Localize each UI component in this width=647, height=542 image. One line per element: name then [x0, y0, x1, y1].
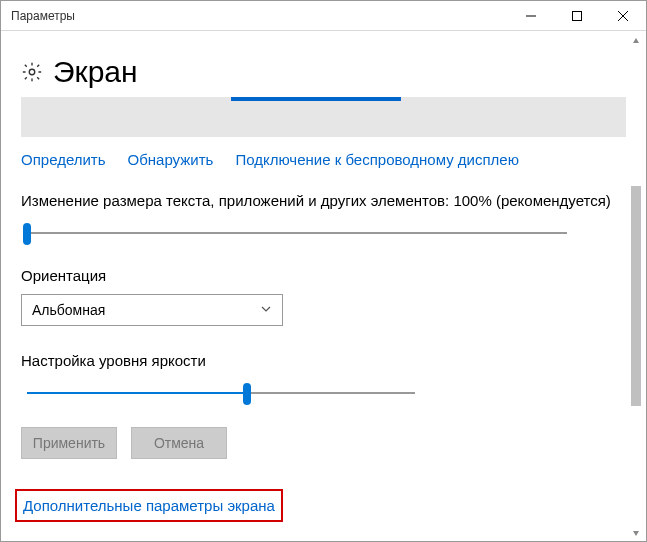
svg-rect-1 [573, 11, 582, 20]
scroll-down-arrow[interactable] [628, 525, 644, 541]
brightness-slider-thumb[interactable] [243, 383, 251, 405]
apply-button[interactable]: Применить [21, 427, 117, 459]
scroll-up-arrow[interactable] [628, 33, 644, 49]
orientation-label: Ориентация [21, 267, 626, 284]
scroll-thumb[interactable] [631, 186, 641, 406]
page-title: Экран [53, 55, 138, 89]
titlebar: Параметры [1, 1, 646, 31]
page-header: Экран [21, 55, 626, 89]
scrollbar[interactable] [628, 31, 644, 542]
display-actions: Определить Обнаружить Подключение к бесп… [21, 151, 626, 168]
selected-display-indicator [231, 97, 401, 101]
chevron-down-icon [260, 302, 272, 318]
scale-slider-thumb[interactable] [23, 223, 31, 245]
display-preview[interactable] [21, 97, 626, 137]
advanced-display-link[interactable]: Дополнительные параметры экрана [23, 497, 275, 514]
orientation-select[interactable]: Альбомная [21, 294, 283, 326]
scale-label: Изменение размера текста, приложений и д… [21, 192, 626, 209]
advanced-link-highlight: Дополнительные параметры экрана [15, 489, 283, 522]
scale-slider[interactable] [21, 219, 573, 247]
close-button[interactable] [600, 1, 646, 31]
cancel-button[interactable]: Отмена [131, 427, 227, 459]
maximize-button[interactable] [554, 1, 600, 31]
brightness-label: Настройка уровня яркости [21, 352, 626, 369]
brightness-slider[interactable] [21, 379, 421, 407]
identify-link[interactable]: Определить [21, 151, 106, 168]
connect-wireless-link[interactable]: Подключение к беспроводному дисплею [235, 151, 519, 168]
detect-link[interactable]: Обнаружить [128, 151, 214, 168]
minimize-button[interactable] [508, 1, 554, 31]
gear-icon [21, 61, 43, 83]
window-title: Параметры [11, 9, 75, 23]
svg-point-4 [29, 69, 35, 75]
orientation-value: Альбомная [32, 302, 105, 318]
